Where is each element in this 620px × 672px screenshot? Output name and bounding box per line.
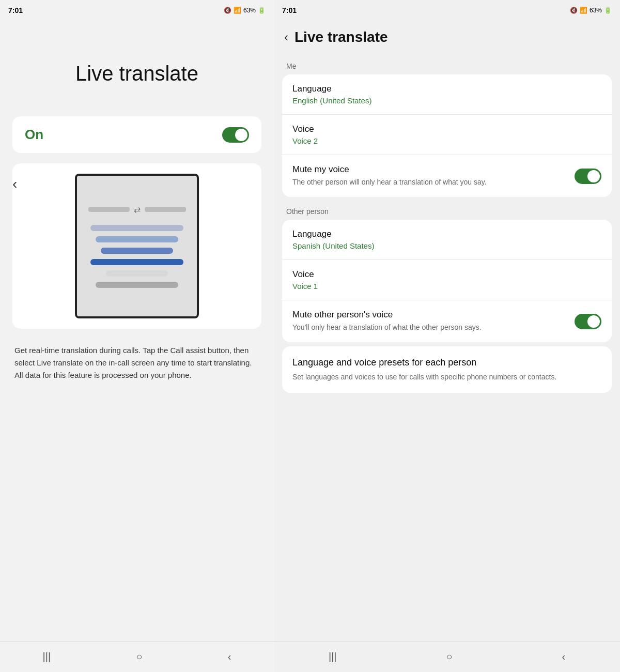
line-2 xyxy=(96,236,178,242)
battery-icon: 🔋 xyxy=(258,7,266,14)
back-icon: ‹ xyxy=(228,651,231,663)
other-mute-toggle[interactable] xyxy=(575,314,601,329)
left-status-icons: 🔇 📶 63% 🔋 xyxy=(224,7,266,14)
other-voice-label: Voice xyxy=(292,269,601,280)
left-page-title: Live translate xyxy=(75,62,198,85)
other-voice-value: Voice 1 xyxy=(292,282,601,291)
other-section-label: Other person xyxy=(282,201,612,220)
other-mute-text: Mute other person's voice You'll only he… xyxy=(292,310,568,333)
right-battery-icon: 🔋 xyxy=(604,7,612,14)
presets-item[interactable]: Language and voice presets for each pers… xyxy=(282,346,612,393)
swap-icon: ⇄ xyxy=(134,205,141,215)
description-text: Get real-time translation during calls. … xyxy=(12,344,261,381)
right-back-nav-icon: ‹ xyxy=(562,651,565,663)
right-home-icon: ○ xyxy=(446,651,452,663)
other-mute-desc: You'll only hear a translation of what t… xyxy=(292,322,568,333)
right-nav-bar: ||| ○ ‹ xyxy=(274,641,620,672)
me-settings-card: Language English (United States) Voice V… xyxy=(282,74,612,197)
line-3 xyxy=(101,248,173,254)
phone-illustration: ⇄ xyxy=(75,174,199,318)
left-nav-home[interactable]: ○ xyxy=(136,651,142,663)
right-nav-home[interactable]: ○ xyxy=(446,651,452,663)
illustration-box: ⇄ xyxy=(12,163,261,329)
toggle-label: On xyxy=(25,127,43,143)
right-header: ‹ Live translate xyxy=(274,21,620,56)
left-panel: 7:01 🔇 📶 63% 🔋 Live translate ‹ On ⇄ xyxy=(0,0,274,672)
settings-scroll: Me Language English (United States) Voic… xyxy=(274,56,620,641)
phone-top-bar: ⇄ xyxy=(85,205,189,215)
right-menu-icon: ||| xyxy=(329,651,337,663)
left-nav-bar: ||| ○ ‹ xyxy=(0,641,274,672)
me-mute-text: Mute my voice The other person will only… xyxy=(292,164,568,188)
other-settings-card: Language Spanish (United States) Voice V… xyxy=(282,220,612,342)
right-status-icons: 🔇 📶 63% 🔋 xyxy=(570,7,612,14)
right-nav-menu[interactable]: ||| xyxy=(329,651,337,663)
me-section-label: Me xyxy=(282,56,612,74)
line-5 xyxy=(106,270,168,277)
left-content: Live translate ‹ On ⇄ xyxy=(0,21,274,641)
me-voice-value: Voice 2 xyxy=(292,136,601,145)
me-mute-desc: The other person will only hear a transl… xyxy=(292,177,568,188)
other-mute-row: Mute other person's voice You'll only he… xyxy=(292,310,601,333)
other-language-label: Language xyxy=(292,229,601,239)
other-mute-item[interactable]: Mute other person's voice You'll only he… xyxy=(282,300,612,342)
right-nav-back[interactable]: ‹ xyxy=(562,651,565,663)
mute-icon: 🔇 xyxy=(224,7,231,14)
other-mute-label: Mute other person's voice xyxy=(292,310,568,320)
right-mute-icon: 🔇 xyxy=(570,7,578,14)
left-back-button[interactable]: ‹ xyxy=(12,176,17,192)
battery-text: 63% xyxy=(243,7,256,14)
wifi-icon: 📶 xyxy=(234,7,241,14)
left-nav-back[interactable]: ‹ xyxy=(228,651,231,663)
me-language-value: English (United States) xyxy=(292,96,601,105)
main-toggle-switch[interactable] xyxy=(222,127,249,143)
me-voice-item[interactable]: Voice Voice 2 xyxy=(282,115,612,155)
top-bar-left xyxy=(88,207,130,212)
top-bar-right xyxy=(145,207,186,212)
right-battery-text: 63% xyxy=(590,7,602,14)
right-wifi-icon: 📶 xyxy=(580,7,587,14)
line-4 xyxy=(90,259,183,265)
me-language-item[interactable]: Language English (United States) xyxy=(282,74,612,115)
line-6 xyxy=(96,282,178,288)
me-mute-label: Mute my voice xyxy=(292,164,568,175)
me-language-label: Language xyxy=(292,84,601,94)
other-language-item[interactable]: Language Spanish (United States) xyxy=(282,220,612,260)
left-status-bar: 7:01 🔇 📶 63% 🔋 xyxy=(0,0,274,21)
presets-card: Language and voice presets for each pers… xyxy=(282,346,612,393)
other-voice-item[interactable]: Voice Voice 1 xyxy=(282,260,612,300)
me-mute-row: Mute my voice The other person will only… xyxy=(292,164,601,188)
left-status-time: 7:01 xyxy=(8,6,23,14)
me-mute-toggle[interactable] xyxy=(575,169,601,184)
me-mute-item[interactable]: Mute my voice The other person will only… xyxy=(282,155,612,197)
home-icon: ○ xyxy=(136,651,142,663)
presets-label: Language and voice presets for each pers… xyxy=(292,357,601,369)
right-status-time: 7:01 xyxy=(282,6,297,14)
left-nav-menu[interactable]: ||| xyxy=(43,651,51,663)
right-back-button[interactable]: ‹ xyxy=(284,30,288,44)
menu-icon: ||| xyxy=(43,651,51,663)
main-toggle-row: On xyxy=(12,116,261,153)
right-panel: 7:01 🔇 📶 63% 🔋 ‹ Live translate Me Langu… xyxy=(274,0,620,672)
line-1 xyxy=(90,225,183,231)
other-language-value: Spanish (United States) xyxy=(292,241,601,250)
right-page-title: Live translate xyxy=(295,29,388,45)
me-voice-label: Voice xyxy=(292,124,601,134)
right-status-bar: 7:01 🔇 📶 63% 🔋 xyxy=(274,0,620,21)
presets-desc: Set languages and voices to use for call… xyxy=(292,372,601,383)
